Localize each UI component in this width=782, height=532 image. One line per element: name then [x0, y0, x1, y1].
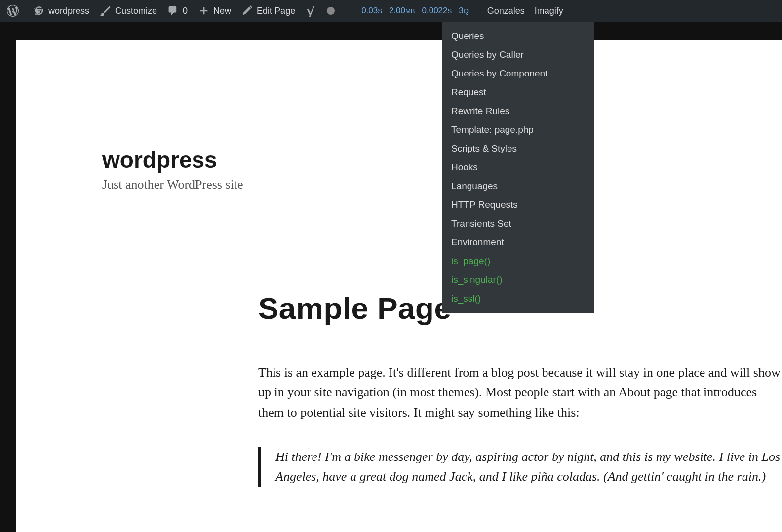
- imagify-menu[interactable]: Imagify: [530, 0, 568, 22]
- qm-menu-item[interactable]: Rewrite Rules: [442, 102, 594, 120]
- pencil-icon: [241, 5, 253, 17]
- qm-menu-item[interactable]: Transients Set: [442, 214, 594, 233]
- yoast-menu[interactable]: [300, 0, 322, 22]
- qm-menu-item[interactable]: HTTP Requests: [442, 195, 594, 214]
- admin-bar: wordpress Customize 0 New Edit Page 0.03…: [0, 0, 782, 22]
- site-header: wordpress Just another WordPress site: [16, 147, 782, 192]
- status-dot-item[interactable]: [322, 0, 340, 22]
- qm-menu-item[interactable]: Hooks: [442, 158, 594, 177]
- wordpress-logo-icon: [7, 5, 19, 17]
- comments-menu[interactable]: 0: [162, 0, 193, 22]
- qm-menu-item[interactable]: Queries by Caller: [442, 45, 594, 64]
- customize-menu[interactable]: Customize: [94, 0, 162, 22]
- plus-icon: [197, 5, 209, 17]
- customize-label: Customize: [115, 6, 157, 16]
- qm-db-time: 0.0022S: [422, 6, 452, 16]
- new-content-menu[interactable]: New: [193, 0, 236, 22]
- status-dot-icon: [327, 7, 335, 15]
- qm-menu-item[interactable]: is_page(): [442, 252, 594, 270]
- comments-count: 0: [183, 6, 188, 16]
- qm-menu-item[interactable]: is_ssl(): [442, 289, 594, 308]
- new-label: New: [213, 6, 231, 16]
- entry-content: Sample Page This is an example page. It'…: [16, 291, 782, 487]
- page-wrapper: wordpress Just another WordPress site Sa…: [0, 22, 782, 532]
- entry-quote: Hi there! I'm a bike messenger by day, a…: [258, 447, 782, 487]
- qm-mem: 2.00MB: [389, 6, 415, 16]
- wp-logo-menu[interactable]: [2, 0, 28, 22]
- brush-icon: [99, 5, 111, 17]
- qm-queries: 3Q: [459, 6, 469, 16]
- site-name-label: wordpress: [48, 6, 89, 16]
- qm-menu-item[interactable]: is_singular(): [442, 270, 594, 289]
- edit-page-menu[interactable]: Edit Page: [236, 0, 300, 22]
- qm-menu-item[interactable]: Scripts & Styles: [442, 139, 594, 158]
- qm-menu-item[interactable]: Template: page.php: [442, 120, 594, 139]
- entry-body: This is an example page. It's different …: [258, 363, 782, 422]
- gonzales-menu[interactable]: Gonzales: [482, 0, 530, 22]
- dashboard-icon: [33, 5, 44, 17]
- qm-menu-item[interactable]: Queries: [442, 27, 594, 45]
- qm-time: 0.03S: [361, 6, 382, 16]
- gonzales-label: Gonzales: [487, 6, 525, 16]
- site-name-menu[interactable]: wordpress: [28, 0, 94, 22]
- qm-menu-item[interactable]: Environment: [442, 233, 594, 252]
- yoast-icon: [305, 5, 317, 17]
- qm-menu-item[interactable]: Request: [442, 83, 594, 102]
- query-monitor-dropdown: QueriesQueries by CallerQueries by Compo…: [442, 22, 594, 313]
- qm-menu-item[interactable]: Queries by Component: [442, 64, 594, 83]
- page-content: wordpress Just another WordPress site Sa…: [16, 40, 782, 532]
- comment-icon: [167, 5, 179, 17]
- imagify-label: Imagify: [535, 6, 563, 16]
- qm-menu-item[interactable]: Languages: [442, 177, 594, 195]
- query-monitor-stats[interactable]: 0.03S 2.00MB 0.0022S 3Q: [354, 0, 475, 22]
- edit-page-label: Edit Page: [257, 6, 295, 16]
